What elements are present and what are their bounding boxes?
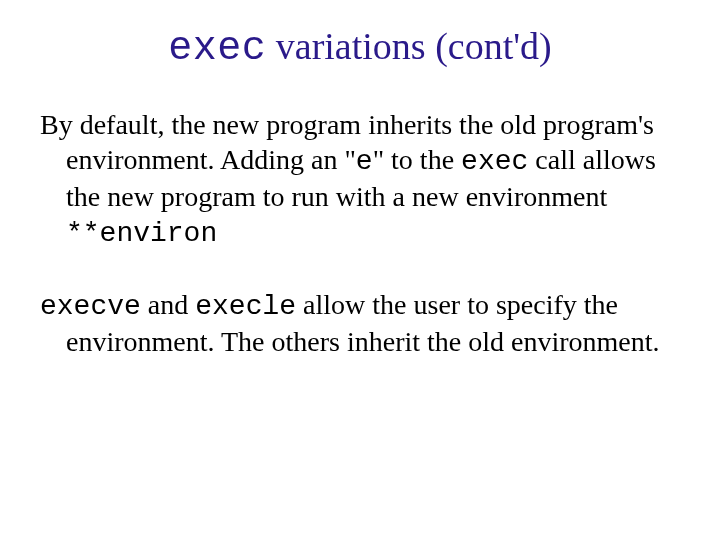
p1-code-e: e <box>356 146 373 177</box>
paragraph-2: execve and execle allow the user to spec… <box>40 287 680 359</box>
slide-title: exec variations (cont'd) <box>40 24 680 71</box>
paragraph-1: By default, the new program inherits the… <box>40 107 680 251</box>
p2-text-1: and <box>141 289 195 320</box>
slide: exec variations (cont'd) By default, the… <box>0 0 720 540</box>
p1-code-environ: **environ <box>66 218 217 249</box>
slide-body: By default, the new program inherits the… <box>40 107 680 359</box>
title-code: exec <box>168 26 266 71</box>
p2-code-execle: execle <box>195 291 296 322</box>
p1-text-2: " to the <box>373 144 461 175</box>
p2-code-execve: execve <box>40 291 141 322</box>
title-rest: variations (cont'd) <box>266 25 551 67</box>
p1-code-exec: exec <box>461 146 528 177</box>
